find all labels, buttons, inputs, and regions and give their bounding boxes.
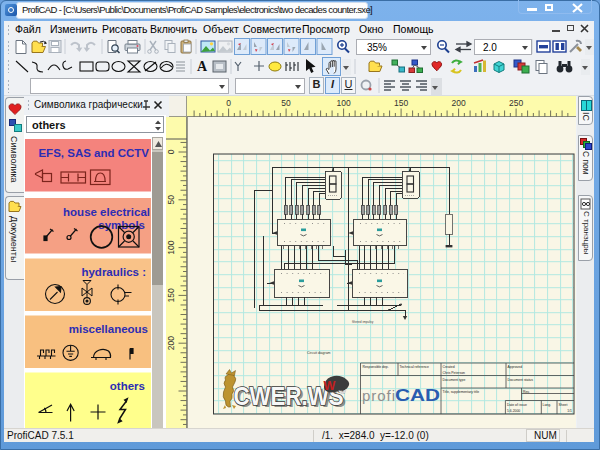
svg-text:50: 50 xyxy=(166,195,176,205)
svg-text:Circuit diagram: Circuit diagram xyxy=(307,351,331,355)
svg-text:Document status: Document status xyxy=(508,378,534,382)
svg-text:5.6.2000: 5.6.2000 xyxy=(507,409,520,413)
svg-text:200: 200 xyxy=(452,98,466,108)
svg-text:Technical reference: Technical reference xyxy=(400,365,430,369)
svg-text:Lang.: Lang. xyxy=(543,403,552,407)
svg-text:Sheet: Sheet xyxy=(559,403,568,407)
svg-text:Date of issue: Date of issue xyxy=(507,403,527,407)
svg-text:W: W xyxy=(324,379,336,393)
svg-text:150: 150 xyxy=(394,98,408,108)
svg-text:Created: Created xyxy=(443,365,455,369)
svg-text:0: 0 xyxy=(166,149,176,154)
svg-text:hydraulics :: hydraulics : xyxy=(81,266,146,278)
svg-text:50: 50 xyxy=(281,98,291,108)
svg-text:house electrical: house electrical xyxy=(63,206,150,218)
svg-text:others: others xyxy=(110,380,145,392)
svg-text:250: 250 xyxy=(509,98,523,108)
svg-text:0: 0 xyxy=(226,98,231,108)
svg-text:Approved: Approved xyxy=(508,365,523,369)
svg-text:filtered impulsy: filtered impulsy xyxy=(352,320,374,324)
svg-text:Chris Peterson: Chris Peterson xyxy=(443,371,466,375)
svg-text:200: 200 xyxy=(166,336,176,350)
svg-text:Rev.: Rev. xyxy=(523,390,530,394)
svg-text:150: 150 xyxy=(166,288,176,302)
svg-text:100: 100 xyxy=(337,98,351,108)
svg-text:miscellaneous: miscellaneous xyxy=(69,323,148,335)
svg-text:Document type: Document type xyxy=(443,378,466,382)
svg-text:100: 100 xyxy=(166,240,176,254)
svg-text:1/1: 1/1 xyxy=(567,409,572,413)
svg-text:A: A xyxy=(197,59,208,74)
svg-text:EFS, SAS and CCTV: EFS, SAS and CCTV xyxy=(38,147,149,159)
svg-text:Responsible dep.: Responsible dep. xyxy=(363,365,389,369)
svg-text:Title, supplementary title: Title, supplementary title xyxy=(443,390,480,394)
svg-text:profi: profi xyxy=(362,387,395,404)
svg-text:CAD: CAD xyxy=(395,387,440,404)
